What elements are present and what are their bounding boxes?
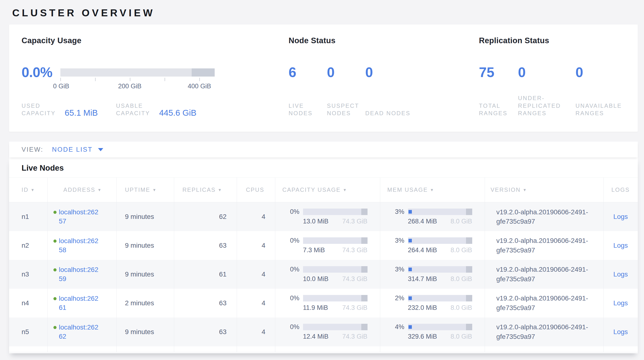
- node-cpus: 4: [237, 202, 275, 231]
- dead-nodes-count: 0: [365, 65, 373, 79]
- capacity-percent: 0%: [290, 294, 303, 302]
- used-capacity-stat: USED CAPACITY 65.1 MiB: [22, 102, 98, 117]
- live-status-dot-icon: [54, 268, 56, 271]
- column-header-uptime[interactable]: UPTIME▼: [116, 177, 174, 202]
- capacity-minibar-dark-segment: [361, 266, 368, 273]
- capacity-total-value: 74.3 GiB: [342, 333, 367, 340]
- node-capacity-usage-cell: 0% 10.0 MiB 74.3 GiB: [275, 260, 380, 289]
- table-row: n3 localhost:26259 9 minutes 61 4 0% 10.…: [9, 260, 638, 289]
- column-header-cpus: CPUS: [237, 177, 275, 202]
- axis-tick: [95, 78, 96, 81]
- unavailable-ranges-count: 0: [576, 65, 583, 79]
- node-address-link[interactable]: localhost:26262: [59, 323, 102, 341]
- node-capacity-usage-cell: 0% 7.3 MiB 74.3 GiB: [275, 231, 380, 260]
- mem-minibar-dark-segment: [466, 295, 472, 301]
- column-header-version[interactable]: VERSION▼: [485, 177, 604, 202]
- axis-label: 0 GiB: [53, 83, 69, 90]
- chevron-down-icon[interactable]: [98, 148, 103, 151]
- column-header-capacity-usage[interactable]: CAPACITY USAGE▼: [275, 177, 380, 202]
- node-cpus: 4: [237, 260, 275, 289]
- mem-minibar: [408, 237, 472, 244]
- under-replicated-ranges-label: UNDER-REPLICATED RANGES: [518, 94, 576, 117]
- node-replicas: 63: [174, 231, 237, 260]
- sort-icon: ▼: [343, 188, 347, 192]
- node-address-link[interactable]: localhost:26261: [59, 294, 102, 312]
- mem-minibar-dark-segment: [466, 324, 472, 330]
- capacity-minibar-dark-segment: [361, 237, 368, 244]
- capacity-used-value: 7.3 MiB: [303, 247, 325, 254]
- capacity-minibar-dark-segment: [361, 324, 368, 330]
- node-list-dropdown-value[interactable]: NODE LIST: [52, 146, 93, 153]
- table-row: n1 localhost:26257 9 minutes 62 4 0% 13.…: [9, 202, 638, 231]
- capacity-bar: 0 GiB 200 GiB 400 GiB: [60, 65, 215, 91]
- capacity-percent: 0%: [290, 237, 303, 244]
- logs-link[interactable]: Logs: [613, 270, 628, 278]
- mem-minibar-fill: [408, 296, 412, 300]
- column-header-mem-usage[interactable]: MEM USAGE▼: [380, 177, 485, 202]
- node-address-cell: localhost:26259: [54, 265, 116, 283]
- mem-minibar-dark-segment: [466, 209, 472, 215]
- mem-minibar: [408, 209, 472, 215]
- node-cpus: 4: [237, 289, 275, 317]
- mem-used-value: 314.7 MiB: [408, 275, 437, 283]
- node-replicas: 62: [174, 202, 237, 231]
- column-header-address[interactable]: ADDRESS▼: [48, 177, 116, 202]
- live-nodes-card: Live Nodes ID▼ ADDRESS▼ UPTIME▼ REPLICAS…: [9, 157, 638, 353]
- usable-capacity-value: 445.6 GiB: [159, 108, 196, 118]
- node-capacity-usage-cell: 0% 12.4 MiB 74.3 GiB: [275, 317, 380, 346]
- page-title: CLUSTER OVERVIEW: [0, 0, 644, 19]
- table-row: n5 localhost:26262 9 minutes 63 4 0% 12.…: [9, 317, 638, 346]
- axis-tick: [60, 78, 61, 81]
- column-header-logs: LOGS: [604, 177, 638, 202]
- logs-link[interactable]: Logs: [613, 328, 628, 335]
- view-label: VIEW:: [22, 146, 43, 153]
- node-id: n2: [9, 231, 48, 260]
- mem-minibar: [408, 295, 472, 301]
- under-replicated-ranges-count: 0: [518, 65, 576, 79]
- capacity-used-value: 12.4 MiB: [303, 333, 329, 340]
- live-status-dot-icon: [54, 240, 56, 243]
- node-version: v19.2.0-alpha.20190606-2491-gfe735c9a97: [485, 260, 604, 289]
- dead-nodes-label: DEAD NODES: [365, 109, 416, 117]
- node-mem-usage-cell: 4% 329.6 MiB 8.0 GiB: [380, 317, 485, 346]
- logs-link[interactable]: Logs: [613, 213, 628, 220]
- live-status-dot-icon: [54, 326, 56, 329]
- node-uptime: 9 minutes: [116, 231, 174, 260]
- mem-percent: 4%: [395, 323, 408, 331]
- node-capacity-usage-cell: 0% 11.9 MiB 74.3 GiB: [275, 289, 380, 317]
- usable-capacity-stat: USABLE CAPACITY 445.6 GiB: [116, 102, 196, 117]
- node-mem-usage-cell: 3% 314.7 MiB 8.0 GiB: [380, 260, 485, 289]
- capacity-bar-dark-segment: [192, 68, 215, 77]
- sort-icon: ▼: [218, 188, 222, 192]
- node-address-cell: localhost:26262: [54, 323, 116, 341]
- node-version: v19.2.0-alpha.20190606-2491-gfe735c9a97: [485, 231, 604, 260]
- column-header-id[interactable]: ID▼: [9, 177, 48, 202]
- mem-minibar-dark-segment: [466, 237, 472, 244]
- node-status-section: Node Status 6 0 0 LIVE NODES SUSPECT NOD…: [289, 36, 479, 117]
- node-version: v19.2.0-alpha.20190606-2491-gfe735c9a97: [485, 202, 604, 231]
- node-address-link[interactable]: localhost:26259: [59, 265, 102, 283]
- capacity-minibar: [303, 324, 368, 330]
- mem-minibar-fill: [408, 210, 412, 214]
- node-address-link[interactable]: localhost:26258: [59, 236, 102, 255]
- logs-link[interactable]: Logs: [613, 299, 628, 307]
- total-ranges-label: TOTAL RANGES: [479, 102, 518, 117]
- mem-total-value: 8.0 GiB: [450, 275, 472, 283]
- node-cpus: 4: [237, 317, 275, 346]
- capacity-total-value: 74.3 GiB: [342, 247, 367, 254]
- live-nodes-title: Live Nodes: [9, 157, 638, 172]
- live-nodes-label: LIVE NODES: [289, 102, 327, 117]
- table-row-clipped: [9, 346, 638, 352]
- node-replicas: 63: [174, 289, 237, 317]
- node-uptime: 2 minutes: [116, 289, 174, 317]
- logs-link[interactable]: Logs: [613, 242, 628, 249]
- capacity-percent: 0%: [290, 208, 303, 216]
- view-bar: VIEW: NODE LIST: [9, 142, 638, 157]
- axis-label: 200 GiB: [118, 83, 142, 90]
- capacity-percent: 0%: [290, 323, 303, 331]
- node-address-cell: localhost:26258: [54, 236, 116, 255]
- column-header-replicas[interactable]: REPLICAS▼: [174, 177, 237, 202]
- node-address-link[interactable]: localhost:26257: [59, 208, 102, 226]
- usable-capacity-label: USABLE CAPACITY: [116, 102, 157, 117]
- node-list-dropdown[interactable]: NODE LIST: [52, 146, 103, 153]
